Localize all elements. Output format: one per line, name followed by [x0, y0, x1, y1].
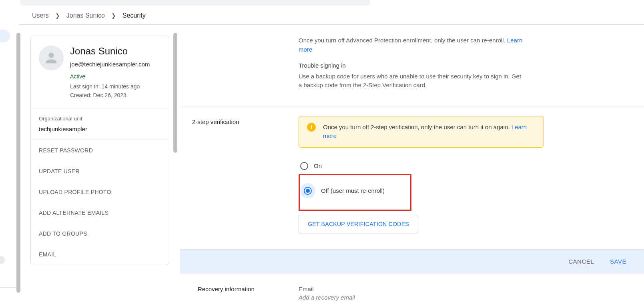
reset-password-action[interactable]: RESET PASSWORD [31, 140, 169, 161]
org-unit-value: techjunkiesampler [39, 126, 161, 132]
add-to-groups-action[interactable]: ADD TO GROUPS [31, 223, 169, 244]
trouble-signing-in-title: Trouble signing in [299, 61, 526, 70]
radio-off[interactable]: Off (user must re-enroll) [302, 180, 406, 202]
banner-text: Once you turn off 2-step verification, o… [323, 124, 512, 130]
radio-icon [304, 187, 312, 195]
org-unit-label: Organizational unit [39, 116, 161, 122]
breadcrumb: Users ❯ Jonas Sunico ❯ Security [32, 12, 146, 19]
user-status: Active [70, 73, 161, 80]
action-bar: CANCEL SAVE [180, 249, 644, 274]
cancel-button[interactable]: CANCEL [568, 258, 594, 265]
chevron-right-icon: ❯ [55, 12, 60, 19]
recovery-section: Recovery information Email Add a recover… [180, 274, 644, 301]
upload-photo-action[interactable]: UPLOAD PROFILE PHOTO [31, 182, 169, 202]
advanced-protection-text: Once you turn off Advanced Protection en… [299, 37, 507, 44]
breadcrumb-user-name[interactable]: Jonas Sunico [66, 12, 105, 19]
org-unit-section: Organizational unit techjunkiesampler [31, 108, 169, 140]
info-banner-text: Once you turn off 2-step verification, o… [323, 123, 536, 141]
radio-off-label: Off (user must re-enroll) [321, 187, 385, 194]
breadcrumb-current: Security [122, 12, 146, 19]
two-step-radio-group: On Off (user must re-enroll) [299, 159, 544, 211]
info-banner: i Once you turn off 2-step verification,… [299, 116, 544, 148]
user-header: Jonas Sunico joe@techiejunkiesampler.com… [31, 36, 169, 108]
nav-selected-indicator [0, 30, 10, 42]
divider [0, 287, 16, 288]
nav-indicator [0, 256, 5, 264]
radio-focus-halo [300, 183, 315, 198]
breadcrumb-users[interactable]: Users [32, 12, 49, 19]
user-email: joe@techiejunkiesampler.com [70, 60, 161, 68]
email-action[interactable]: EMAIL [31, 244, 169, 265]
scrollbar-left[interactable] [16, 33, 20, 293]
save-button[interactable]: SAVE [610, 258, 626, 265]
radio-on-label: On [314, 162, 322, 169]
get-backup-codes-button[interactable]: GET BACKUP VERIFICATION CODES [299, 215, 418, 233]
chevron-right-icon: ❯ [111, 12, 116, 19]
radio-on[interactable]: On [299, 159, 544, 173]
recovery-content: Email Add a recovery email [299, 286, 355, 301]
avatar [39, 46, 64, 70]
trouble-signing-in-body: Use a backup code for users who are unab… [299, 72, 526, 90]
user-card: Jonas Sunico joe@techiejunkiesampler.com… [30, 36, 169, 265]
update-user-action[interactable]: UPDATE USER [31, 161, 169, 182]
main-panel: Once you turn off Advanced Protection en… [180, 25, 644, 304]
add-alternate-emails-action[interactable]: ADD ALTERNATE EMAILS [31, 202, 169, 223]
advanced-protection-section: Once you turn off Advanced Protection en… [180, 25, 644, 106]
user-display-name: Jonas Sunico [70, 46, 161, 57]
recovery-title: Recovery information [198, 286, 299, 301]
person-icon [43, 50, 59, 66]
two-step-title: 2-step verification [192, 116, 299, 233]
user-actions: RESET PASSWORD UPDATE USER UPLOAD PROFIL… [31, 140, 169, 265]
recovery-email-label: Email [299, 286, 355, 292]
two-step-verification-card: 2-step verification i Once you turn off … [180, 106, 644, 249]
search-bar-fragment [20, 0, 370, 6]
highlight-annotation: Off (user must re-enroll) [299, 174, 411, 211]
radio-icon [300, 162, 308, 170]
user-created: Created: Dec 26, 2023 [70, 91, 161, 100]
scrollbar-sidebar[interactable] [173, 33, 177, 153]
user-info: Jonas Sunico joe@techiejunkiesampler.com… [70, 46, 161, 100]
recovery-email-placeholder[interactable]: Add a recovery email [299, 294, 355, 301]
info-icon: i [307, 123, 316, 132]
two-step-content: i Once you turn off 2-step verification,… [299, 116, 644, 233]
user-last-signin: Last sign in: 14 minutes ago [70, 82, 161, 91]
